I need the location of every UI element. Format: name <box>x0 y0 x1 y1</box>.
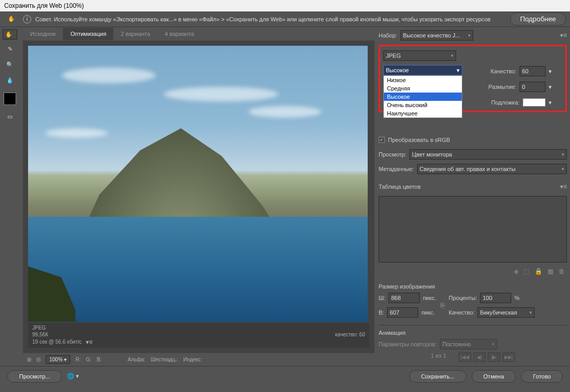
left-toolbar: ✋ ✎ 🔍 💧 ▭ <box>0 27 20 366</box>
preview-quality: качество: 60 <box>335 332 365 337</box>
frame-counter: 1 из 1 <box>431 352 446 362</box>
metadata-label: Метаданные: <box>379 166 414 172</box>
blur-label: Размытие: <box>488 84 516 90</box>
g-readout: G: <box>86 357 92 362</box>
last-frame-icon: ▶▶| <box>502 352 515 362</box>
r-readout: R: <box>75 357 81 362</box>
anim-title: Анимация <box>379 328 567 338</box>
tab-2up[interactable]: 2 варианта <box>113 28 158 40</box>
format-select[interactable]: JPEG▾ <box>383 50 456 61</box>
matte-label: Подложка: <box>491 99 520 106</box>
srgb-label: Преобразовать в sRGB <box>388 137 450 143</box>
tab-4up[interactable]: 4 варианта <box>158 28 202 40</box>
hex-readout: Шестнадц.: <box>151 357 178 362</box>
grid-icon[interactable]: ⊞ <box>27 357 31 362</box>
hand-tool[interactable]: ✋ <box>3 29 17 40</box>
preview-mode-select[interactable]: Цвет монитора▾ <box>409 149 567 160</box>
option-medium[interactable]: Средняя <box>384 84 462 93</box>
width-label: Ш: <box>379 295 385 301</box>
slice-visibility-icon[interactable]: ▭ <box>3 110 17 123</box>
dialog-footer: Просмотр... 🌐 ▾ Сохранить... Отмена Гото… <box>0 366 570 386</box>
index-readout: Индекс: <box>183 357 202 362</box>
height-label: В: <box>379 309 384 316</box>
loop-select: Постоянно▾ <box>440 339 497 349</box>
highlighted-settings: JPEG▾ Высокое▾ Низкое Средняя Высокое Оч… <box>379 45 567 112</box>
ct-dropper-icon[interactable]: ◈ <box>514 268 519 275</box>
browser-icon[interactable]: 🌐 ▾ <box>67 373 79 380</box>
window-title: Сохранить для Web (100%) <box>4 2 84 9</box>
resample-label: Качество: <box>449 309 475 316</box>
quality-preset-list: Низкое Средняя Высокое Очень высокий Наи… <box>383 75 462 118</box>
tab-optimized[interactable]: Оптимизация <box>63 28 113 40</box>
b-readout: B: <box>97 357 101 362</box>
resample-select[interactable]: Бикубическая▾ <box>477 307 535 318</box>
image-preview[interactable] <box>28 46 368 322</box>
quality-input[interactable] <box>520 66 546 76</box>
first-frame-icon: |◀◀ <box>459 352 471 362</box>
preset-select[interactable]: Высокое качество J...▾ <box>400 30 473 41</box>
save-button[interactable]: Сохранить... <box>409 370 467 383</box>
tip-banner: ✋ i Совет. Используйте команду «Экспорти… <box>0 11 570 27</box>
ct-lock-icon[interactable]: 🔒 <box>535 268 542 275</box>
view-tabs: Исходное Оптимизация 2 варианта 4 вариан… <box>23 27 374 41</box>
option-high[interactable]: Высокое <box>384 93 462 101</box>
matte-swatch[interactable] <box>523 98 546 107</box>
grid-icon-2[interactable]: ⊟ <box>36 357 41 362</box>
preview-menu-icon[interactable]: ▾≡ <box>86 338 93 346</box>
height-input[interactable] <box>387 307 418 318</box>
metadata-select[interactable]: Сведения об авт. правах и контакты▾ <box>417 164 567 174</box>
color-table-toolbar: ◈ ⬚ 🔒 ▦ 🗑 <box>379 266 567 277</box>
ct-trash-icon[interactable]: 🗑 <box>559 268 565 275</box>
preview-footer: JPEG 99,56К качество: 60 19 сек @ 56,6 к… <box>28 323 369 348</box>
preview-button[interactable]: Просмотр... <box>7 370 62 383</box>
center-panel: Исходное Оптимизация 2 варианта 4 вариан… <box>20 27 378 366</box>
size-title: Размер изображения <box>379 281 567 292</box>
option-maximum[interactable]: Наилучшее <box>384 109 462 117</box>
color-swatch[interactable] <box>4 93 16 105</box>
info-icon: i <box>23 15 31 23</box>
srgb-checkbox[interactable]: ✓ <box>379 137 385 143</box>
eyedropper-tool[interactable]: 💧 <box>3 74 17 86</box>
preview-filesize: 99,56К <box>32 332 48 337</box>
color-table-title: Таблица цветов <box>379 181 421 192</box>
preview-area: JPEG 99,56К качество: 60 19 сек @ 56,6 к… <box>23 41 374 353</box>
option-veryhigh[interactable]: Очень высокий <box>384 101 462 109</box>
quality-label: Качество: <box>490 68 516 74</box>
preview-format: JPEG <box>32 325 46 331</box>
percent-input[interactable] <box>480 293 511 303</box>
width-input[interactable] <box>388 293 420 303</box>
next-frame-icon: |▶ <box>488 352 500 362</box>
preview-time: 19 сек @ 56,6 кбит/c <box>32 339 82 345</box>
option-low[interactable]: Низкое <box>384 76 462 84</box>
quality-preset-dropdown[interactable]: Высокое▾ Низкое Средняя Высокое Очень вы… <box>383 65 462 109</box>
color-table-menu-icon[interactable]: ▾≡ <box>560 183 567 190</box>
alpha-readout: Альфа: <box>127 357 145 362</box>
settings-panel: Набор: Высокое качество J...▾ ▾≡ JPEG▾ В… <box>378 27 570 366</box>
tab-original[interactable]: Исходное <box>23 28 63 40</box>
preset-label: Набор: <box>379 32 397 38</box>
slice-tool[interactable]: ✎ <box>3 43 17 55</box>
more-button[interactable]: Подробнее <box>510 12 566 25</box>
ct-grid-icon[interactable]: ▦ <box>548 268 553 275</box>
hand-icon: ✋ <box>4 13 19 25</box>
panel-menu-icon[interactable]: ▾≡ <box>560 32 567 39</box>
zoom-select[interactable]: 100% ▾ <box>46 355 70 364</box>
tip-text: Совет. Используйте команду «Экспортирова… <box>35 16 506 22</box>
color-table <box>379 196 567 263</box>
preview-mode-label: Просмотр: <box>379 151 406 158</box>
zoom-tool[interactable]: 🔍 <box>3 58 17 71</box>
info-bar: ⊞ ⊟ 100% ▾ R: G: B: Альфа: Шестнадц.: Ин… <box>23 353 374 367</box>
title-bar: Сохранить для Web (100%) <box>0 0 570 11</box>
link-icon[interactable]: ⎘ <box>441 301 445 309</box>
prev-frame-icon: ◀| <box>473 352 486 362</box>
done-button[interactable]: Готово <box>521 370 563 383</box>
loop-label: Параметры повторов: <box>379 341 437 347</box>
cancel-button[interactable]: Отмена <box>472 370 516 383</box>
blur-input[interactable] <box>520 82 546 92</box>
percent-label: Проценты: <box>449 295 477 301</box>
ct-cube-icon[interactable]: ⬚ <box>524 268 529 275</box>
